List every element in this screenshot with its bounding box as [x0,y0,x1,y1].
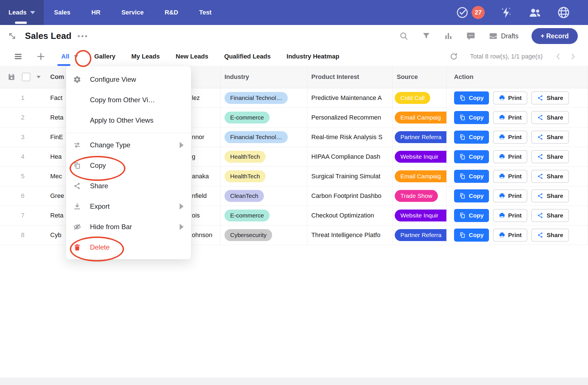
menu-item-hide-from-bar[interactable]: Hide from Bar [66,217,191,237]
add-record-button[interactable]: + Record [532,28,578,44]
copy-button[interactable]: Copy [454,131,489,144]
source-cell[interactable]: Email Campaig [392,108,446,127]
search-icon[interactable] [399,31,409,41]
menu-item-copy-from-other-views[interactable]: Copy from Other Vi… [66,90,191,110]
industry-cell[interactable]: HealthTech [220,147,307,166]
add-view-icon[interactable] [36,52,45,61]
industry-cell[interactable]: E-commerce [220,206,307,225]
nav-tab-service[interactable]: Service [111,0,154,25]
nav-tab-leads[interactable]: Leads [0,0,44,25]
select-all-checkbox[interactable] [22,73,30,81]
globe-icon[interactable] [557,6,570,19]
industry-cell[interactable]: CleanTech [220,186,307,206]
source-cell[interactable]: Trade Show [392,186,446,206]
copy-button[interactable]: Copy [454,91,489,104]
share-button[interactable]: Share [531,91,569,104]
automation-bolt-icon[interactable] [499,6,513,19]
source-cell[interactable]: Partner Referra [392,225,446,245]
nav-tab-test[interactable]: Test [189,0,222,25]
share-icon [537,173,544,180]
share-button[interactable]: Share [531,150,569,163]
view-tab-industry-heatmap[interactable]: Industry Heatmap [287,53,339,60]
share-button[interactable]: Share [531,111,569,124]
share-button[interactable]: Share [531,131,569,144]
print-button[interactable]: Print [493,150,528,163]
menu-item-apply-to-other-views[interactable]: Apply to Other Views [66,110,191,131]
source-cell[interactable]: Partner Referra [392,127,446,147]
refresh-icon[interactable] [450,52,458,61]
column-header-source[interactable]: Source [392,66,446,88]
column-header-action[interactable]: Action [446,66,588,88]
source-cell[interactable]: Website Inquir [392,147,446,166]
column-header-product-interest[interactable]: Product Interest [307,66,392,88]
product-interest-cell[interactable]: Surgical Training Simulat [307,167,392,186]
filter-icon[interactable] [422,32,431,41]
view-tab-qualified-leads[interactable]: Qualified Leads [224,53,271,60]
product-interest-cell[interactable]: Real-time Risk Analysis S [307,127,392,147]
product-interest-cell[interactable]: Personalized Recommen [307,108,392,127]
view-tab-my-leads[interactable]: My Leads [131,53,160,60]
column-header-industry[interactable]: Industry [220,66,307,88]
copy-button[interactable]: Copy [454,170,489,183]
print-button[interactable]: Print [493,209,528,222]
menu-item-change-type[interactable]: Change Type [66,135,191,155]
print-button[interactable]: Print [493,170,528,183]
copy-button[interactable]: Copy [454,111,489,124]
drafts-button[interactable]: Drafts [489,32,518,41]
industry-cell[interactable]: Financial Technol… [220,88,307,108]
print-button[interactable]: Print [493,111,528,124]
eye-off-icon [73,223,81,231]
view-list-icon[interactable] [14,52,23,61]
product-interest-cell[interactable]: HIPAA Compliance Dash [307,147,392,166]
save-icon[interactable] [8,73,16,81]
members-people-icon[interactable] [528,5,542,20]
prev-page-icon[interactable] [555,53,562,60]
menu-item-delete[interactable]: Delete [66,237,191,258]
print-button[interactable]: Print [493,131,528,144]
product-interest-cell[interactable]: Predictive Maintenance A [307,88,392,108]
share-button[interactable]: Share [531,229,569,242]
menu-item-copy[interactable]: Copy [66,155,191,176]
print-button[interactable]: Print [493,229,528,242]
print-button[interactable]: Print [493,91,528,104]
industry-cell[interactable]: Cybersecurity [220,225,307,245]
copy-button[interactable]: Copy [454,189,489,202]
industry-cell[interactable]: E-commerce [220,108,307,127]
share-button[interactable]: Share [531,170,569,183]
product-interest-cell[interactable]: Checkout Optimization [307,206,392,225]
share-button[interactable]: Share [531,189,569,202]
product-interest-cell[interactable]: Carbon Footprint Dashbo [307,186,392,206]
action-cell: Copy Print Share [446,206,588,225]
tasks-check-circle-icon[interactable]: 27 [456,6,485,19]
view-tab-all[interactable]: All [61,53,78,60]
nav-tab-sales[interactable]: Sales [44,0,81,25]
nav-tab-hr[interactable]: HR [81,0,111,25]
view-tab-gallery[interactable]: Gallery [94,53,116,60]
share-icon [73,182,81,190]
nav-tab-rd[interactable]: R&D [154,0,189,25]
view-tab-new-leads[interactable]: New Leads [176,53,208,60]
view-dropdown-icon[interactable] [74,55,78,58]
copy-button[interactable]: Copy [454,150,489,163]
source-cell[interactable]: Cold Call [392,88,446,108]
title-more-icon[interactable] [78,35,87,37]
industry-cell[interactable]: Financial Technol… [220,127,307,147]
copy-button-label: Copy [469,153,484,160]
expand-icon[interactable] [8,32,16,40]
comment-icon[interactable] [466,31,476,41]
industry-cell[interactable]: HealthTech [220,167,307,186]
share-icon [537,114,544,121]
copy-button[interactable]: Copy [454,229,489,242]
chart-icon[interactable] [444,32,453,41]
source-cell[interactable]: Email Campaig [392,167,446,186]
chevron-down-icon[interactable] [37,76,41,78]
share-button[interactable]: Share [531,209,569,222]
source-cell[interactable]: Website Inquir [392,206,446,225]
print-button[interactable]: Print [493,189,528,202]
copy-button[interactable]: Copy [454,209,489,222]
next-page-icon[interactable] [569,53,577,60]
menu-item-configure-view[interactable]: Configure View [66,69,191,90]
product-interest-cell[interactable]: Threat Intelligence Platfo [307,225,392,245]
menu-item-export[interactable]: Export [66,196,191,217]
menu-item-share[interactable]: Share [66,176,191,196]
